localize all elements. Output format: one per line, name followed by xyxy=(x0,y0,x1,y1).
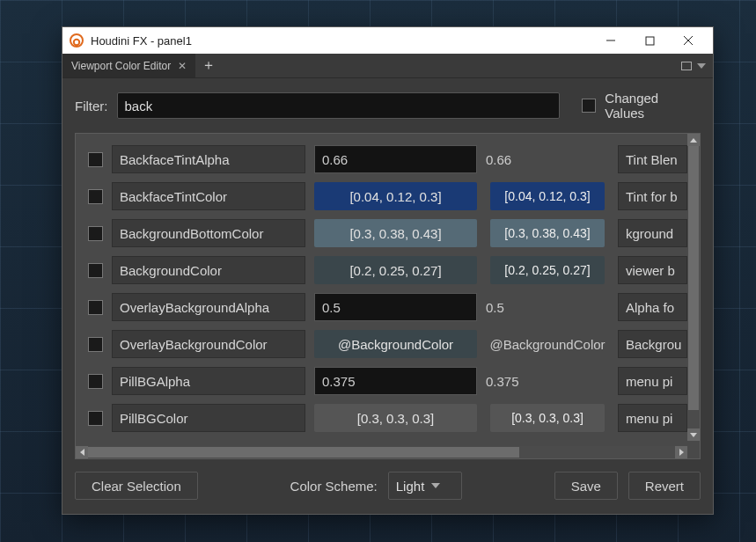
property-value-swatch[interactable]: [0.2, 0.25, 0.27] xyxy=(314,256,477,284)
save-button[interactable]: Save xyxy=(554,472,618,500)
scroll-right-button[interactable] xyxy=(675,446,687,458)
revert-button[interactable]: Revert xyxy=(628,472,701,500)
panel-body: Filter: Changed Values BackfaceTintAlpha… xyxy=(62,78,713,514)
property-default-cell: [0.04, 0.12, 0.3] xyxy=(486,182,609,210)
tab-strip: Viewport Color Editor ✕ ＋ xyxy=(62,54,713,78)
table-row: BackgroundBottomColor[0.3, 0.38, 0.43][0… xyxy=(76,215,687,252)
maximize-button[interactable] xyxy=(630,27,669,54)
close-icon xyxy=(683,35,694,46)
svg-point-1 xyxy=(74,40,79,45)
table-row: OverlayBackgroundColor@BackgroundColor@B… xyxy=(76,326,687,363)
property-name-cell[interactable]: BackgroundColor xyxy=(112,256,305,284)
property-value-swatch[interactable]: [0.3, 0.38, 0.43] xyxy=(314,219,477,247)
close-button[interactable] xyxy=(669,27,708,54)
filter-label: Filter: xyxy=(75,99,108,114)
property-default-cell: @BackgroundColor xyxy=(486,337,609,352)
app-window: Houdini FX - panel1 Viewport Color Edito… xyxy=(62,26,714,515)
property-value-swatch[interactable]: [0.04, 0.12, 0.3] xyxy=(314,182,477,210)
property-value-swatch[interactable]: @BackgroundColor xyxy=(314,330,477,358)
row-changed-checkbox[interactable] xyxy=(88,411,103,426)
property-name-cell[interactable]: OverlayBackgroundColor xyxy=(112,330,305,358)
tab-close-icon[interactable]: ✕ xyxy=(178,60,187,72)
triangle-right-icon xyxy=(679,449,684,456)
property-description-cell: viewer b xyxy=(618,256,687,284)
property-default-swatch: [0.2, 0.25, 0.27] xyxy=(490,256,605,284)
filter-row: Filter: Changed Values xyxy=(75,91,701,121)
property-default-cell: 0.5 xyxy=(486,300,609,315)
table-row: BackgroundColor[0.2, 0.25, 0.27][0.2, 0.… xyxy=(76,252,687,289)
triangle-down-icon xyxy=(690,433,697,437)
pane-menu-icon[interactable] xyxy=(697,63,706,69)
maximize-icon xyxy=(645,36,655,46)
property-default-text: 0.66 xyxy=(486,152,511,167)
scroll-up-button[interactable] xyxy=(687,134,700,146)
property-name-cell[interactable]: PillBGAlpha xyxy=(112,367,305,395)
property-name-cell[interactable]: PillBGColor xyxy=(112,404,305,432)
property-description-cell: menu pi xyxy=(618,367,687,395)
property-default-text: 0.5 xyxy=(486,300,504,315)
property-default-text: @BackgroundColor xyxy=(489,337,605,352)
table-row: PillBGAlpha0.375menu pi xyxy=(76,363,687,399)
property-description-cell: Tint for b xyxy=(618,182,687,210)
property-value-input[interactable] xyxy=(314,145,477,173)
row-changed-checkbox[interactable] xyxy=(88,189,103,204)
property-default-swatch: [0.3, 0.3, 0.3] xyxy=(490,404,605,432)
scroll-left-button[interactable] xyxy=(76,446,88,458)
color-scheme-value: Light xyxy=(396,479,425,494)
window-title: Houdini FX - panel1 xyxy=(91,34,192,48)
property-name-cell[interactable]: BackfaceTintAlpha xyxy=(112,145,305,173)
table-row: BackfaceTintAlpha0.66Tint Blen xyxy=(76,141,687,178)
property-default-cell: 0.375 xyxy=(486,374,609,389)
plus-icon: ＋ xyxy=(202,56,216,75)
property-default-cell: [0.3, 0.3, 0.3] xyxy=(486,404,609,432)
row-changed-checkbox[interactable] xyxy=(88,263,103,278)
row-changed-checkbox[interactable] xyxy=(88,337,103,352)
property-description-cell: Alpha fo xyxy=(618,293,687,321)
tab-label: Viewport Color Editor xyxy=(71,60,171,72)
color-scheme-label: Color Scheme: xyxy=(290,479,378,494)
table-row: BackfaceTintColor[0.04, 0.12, 0.3][0.04,… xyxy=(76,178,687,215)
property-default-cell: [0.3, 0.38, 0.43] xyxy=(486,219,609,247)
chevron-down-icon xyxy=(431,483,440,488)
property-value-input[interactable] xyxy=(314,293,477,321)
table-row: PillBGColor[0.3, 0.3, 0.3][0.3, 0.3, 0.3… xyxy=(76,399,687,436)
tab-viewport-color-editor[interactable]: Viewport Color Editor ✕ xyxy=(62,54,196,77)
filter-input[interactable] xyxy=(117,92,560,119)
property-description-cell: Backgrou xyxy=(618,330,687,358)
scroll-down-button[interactable] xyxy=(687,428,700,441)
property-value-input[interactable] xyxy=(314,367,477,395)
row-changed-checkbox[interactable] xyxy=(88,226,103,241)
property-value-swatch[interactable]: [0.3, 0.3, 0.3] xyxy=(314,404,477,432)
property-default-swatch: [0.04, 0.12, 0.3] xyxy=(490,182,605,210)
row-changed-checkbox[interactable] xyxy=(88,300,103,315)
color-scheme-select[interactable]: Light xyxy=(388,472,462,500)
footer: Clear Selection Color Scheme: Light Save… xyxy=(75,459,701,502)
property-description-cell: kground xyxy=(618,219,687,247)
property-default-text: 0.375 xyxy=(486,374,519,389)
property-description-cell: menu pi xyxy=(618,404,687,432)
property-default-swatch: [0.3, 0.38, 0.43] xyxy=(490,219,605,247)
changed-values-checkbox[interactable] xyxy=(582,99,596,113)
horizontal-scroll-thumb[interactable] xyxy=(88,447,519,458)
row-changed-checkbox[interactable] xyxy=(88,152,103,167)
property-description-cell: Tint Blen xyxy=(618,145,687,173)
property-name-cell[interactable]: BackfaceTintColor xyxy=(112,182,305,210)
pane-layout-icon[interactable] xyxy=(681,62,692,70)
property-default-cell: [0.2, 0.25, 0.27] xyxy=(486,256,609,284)
horizontal-scrollbar[interactable] xyxy=(76,446,687,458)
property-name-cell[interactable]: BackgroundBottomColor xyxy=(112,219,305,247)
minimize-icon xyxy=(606,35,616,46)
svg-rect-3 xyxy=(646,37,654,45)
table-row: OverlayBackgroundAlpha0.5Alpha fo xyxy=(76,289,687,326)
property-name-cell[interactable]: OverlayBackgroundAlpha xyxy=(112,293,305,321)
triangle-left-icon xyxy=(80,449,84,456)
row-changed-checkbox[interactable] xyxy=(88,374,103,389)
vertical-scroll-thumb[interactable] xyxy=(688,146,699,410)
vertical-scrollbar[interactable] xyxy=(687,134,700,441)
values-grid: BackfaceTintAlpha0.66Tint BlenBackfaceTi… xyxy=(75,133,701,459)
clear-selection-button[interactable]: Clear Selection xyxy=(75,472,198,500)
minimize-button[interactable] xyxy=(591,27,630,54)
triangle-up-icon xyxy=(690,138,697,143)
property-default-cell: 0.66 xyxy=(486,152,609,167)
add-tab-button[interactable]: ＋ xyxy=(196,54,221,77)
